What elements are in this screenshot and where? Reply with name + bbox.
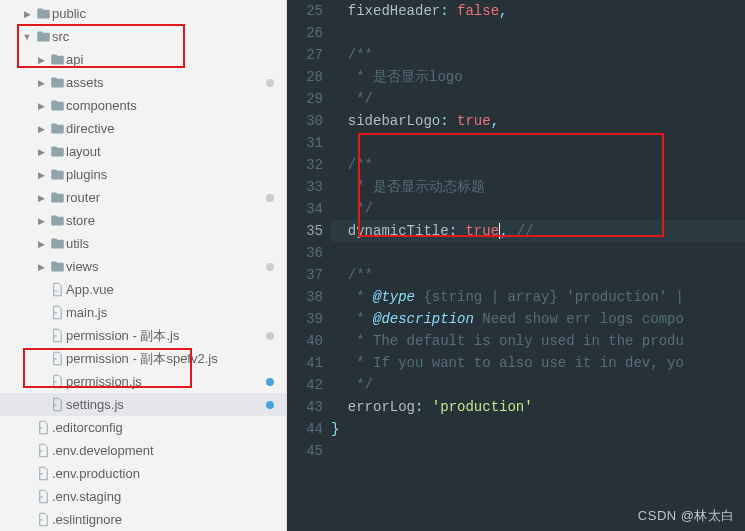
code-line[interactable] (331, 22, 745, 44)
line-number: 43 (287, 396, 323, 418)
expand-arrow-icon[interactable]: ▶ (20, 9, 34, 19)
line-gutter: 2526272829303132333435363738394041424344… (287, 0, 331, 462)
tree-item-label: api (66, 52, 274, 67)
line-number: 26 (287, 22, 323, 44)
tree-item-plugins[interactable]: ▶plugins (0, 163, 286, 186)
token-prop: dynamicTitle (331, 223, 449, 239)
tree-item-public[interactable]: ▶public (0, 2, 286, 25)
js-file-icon: /* (48, 328, 66, 343)
tree-item-main-js[interactable]: /*main.js (0, 301, 286, 324)
token-punc: , (500, 223, 517, 239)
svg-text:/*: /* (53, 311, 58, 317)
tree-item-src[interactable]: ▼src (0, 25, 286, 48)
vue-file-icon: <> (48, 282, 66, 297)
watermark: CSDN @林太白 (638, 507, 735, 525)
folder-icon (48, 213, 66, 228)
expand-arrow-icon[interactable]: ▶ (34, 101, 48, 111)
line-number: 36 (287, 242, 323, 264)
code-line[interactable] (331, 132, 745, 154)
tree-item-permission-js[interactable]: /*permission.js (0, 370, 286, 393)
tree-item-app-vue[interactable]: <>App.vue (0, 278, 286, 301)
code-line[interactable]: * @description Need show err logs compo (331, 308, 745, 330)
tree-item-layout[interactable]: ▶layout (0, 140, 286, 163)
line-number: 29 (287, 88, 323, 110)
code-line[interactable]: * 是否显示logo (331, 66, 745, 88)
svg-text:/*: /* (39, 472, 44, 478)
expand-arrow-icon[interactable]: ▶ (34, 262, 48, 272)
code-line[interactable]: /** (331, 154, 745, 176)
tree-item-utils[interactable]: ▶utils (0, 232, 286, 255)
code-editor[interactable]: 2526272829303132333435363738394041424344… (287, 0, 745, 531)
folder-icon (48, 98, 66, 113)
line-number: 37 (287, 264, 323, 286)
code-line[interactable] (331, 242, 745, 264)
code-line[interactable]: errorLog: 'production' (331, 396, 745, 418)
tree-item-api[interactable]: ▶api (0, 48, 286, 71)
tree-item-permission-----spefv2-js[interactable]: /*permission - 副本spefv2.js (0, 347, 286, 370)
code-line[interactable]: * @type {string | array} 'production' | (331, 286, 745, 308)
code-line[interactable]: /** (331, 44, 745, 66)
expand-arrow-icon[interactable]: ▶ (34, 78, 48, 88)
tree-item-directive[interactable]: ▶directive (0, 117, 286, 140)
code-line[interactable]: */ (331, 374, 745, 396)
token-punc: } (331, 421, 339, 437)
token-com: {string | array} 'production' | (415, 289, 684, 305)
tree-item-permission------js[interactable]: /*permission - 副本.js (0, 324, 286, 347)
tree-item-router[interactable]: ▶router (0, 186, 286, 209)
code-line[interactable]: /** (331, 264, 745, 286)
folder-icon (48, 75, 66, 90)
file-icon: /* (34, 466, 52, 481)
tree-item-settings-js[interactable]: /*settings.js (0, 393, 286, 416)
code-line[interactable]: fixedHeader: false, (331, 0, 745, 22)
token-punc: : (440, 113, 457, 129)
token-com: * (331, 289, 373, 305)
tree-item--editorconfig[interactable]: /*.editorconfig (0, 416, 286, 439)
code-line[interactable] (331, 440, 745, 462)
tree-item--env-production[interactable]: /*.env.production (0, 462, 286, 485)
expand-arrow-icon[interactable]: ▶ (34, 170, 48, 180)
tree-item-store[interactable]: ▶store (0, 209, 286, 232)
tree-item--eslintignore[interactable]: /*.eslintignore (0, 508, 286, 531)
modified-dot-icon (266, 79, 274, 87)
tree-item-label: permission.js (66, 374, 266, 389)
line-number: 41 (287, 352, 323, 374)
code-line[interactable]: * If you want to also use it in dev, yo (331, 352, 745, 374)
code-line[interactable]: */ (331, 198, 745, 220)
expand-arrow-icon[interactable]: ▶ (34, 124, 48, 134)
token-punc: : (415, 399, 432, 415)
line-number: 40 (287, 330, 323, 352)
modified-dot-icon (266, 263, 274, 271)
token-com: /** (331, 47, 373, 63)
code-line[interactable]: } (331, 418, 745, 440)
modified-dot-icon (266, 378, 274, 386)
line-number: 45 (287, 440, 323, 462)
tree-item-label: .eslintignore (52, 512, 274, 527)
expand-arrow-icon[interactable]: ▶ (34, 216, 48, 226)
code-line[interactable]: * The default is only used in the produ (331, 330, 745, 352)
file-tree[interactable]: ▶public▼src▶api▶assets▶components▶direct… (0, 0, 287, 531)
tree-item--env-staging[interactable]: /*.env.staging (0, 485, 286, 508)
expand-arrow-icon[interactable]: ▶ (34, 55, 48, 65)
expand-arrow-icon[interactable]: ▶ (34, 239, 48, 249)
code-line[interactable]: sidebarLogo: true, (331, 110, 745, 132)
line-number: 28 (287, 66, 323, 88)
expand-arrow-icon[interactable]: ▶ (34, 193, 48, 203)
code-content[interactable]: fixedHeader: false, /** * 是否显示logo */ si… (331, 0, 745, 462)
folder-icon (48, 236, 66, 251)
code-line[interactable]: dynamicTitle: true, // (331, 220, 745, 242)
tree-item-views[interactable]: ▶views (0, 255, 286, 278)
tree-item-label: router (66, 190, 266, 205)
token-com: */ (331, 201, 373, 217)
expand-arrow-icon[interactable]: ▶ (34, 147, 48, 157)
folder-icon (48, 121, 66, 136)
svg-text:/*: /* (39, 426, 44, 432)
tree-item-components[interactable]: ▶components (0, 94, 286, 117)
tree-item-label: store (66, 213, 274, 228)
expand-arrow-icon[interactable]: ▼ (20, 32, 34, 42)
svg-text:/*: /* (39, 449, 44, 455)
tree-item--env-development[interactable]: /*.env.development (0, 439, 286, 462)
token-punc: : (449, 223, 466, 239)
code-line[interactable]: */ (331, 88, 745, 110)
code-line[interactable]: * 是否显示动态标题 (331, 176, 745, 198)
tree-item-assets[interactable]: ▶assets (0, 71, 286, 94)
